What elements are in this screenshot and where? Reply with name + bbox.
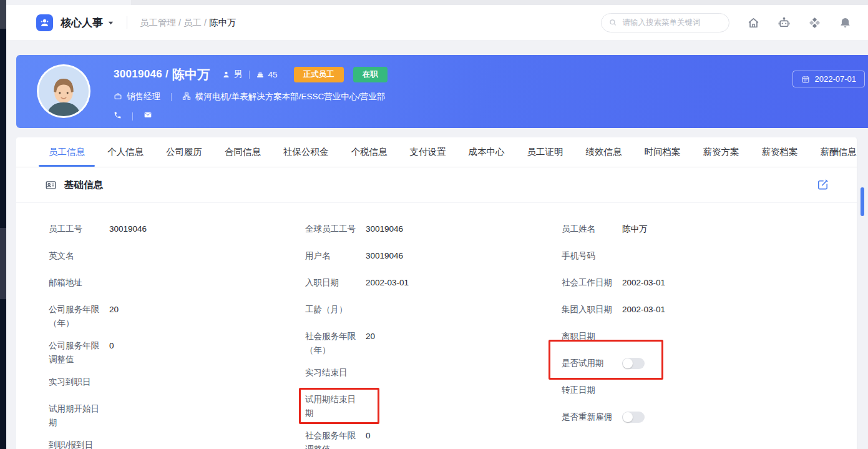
field-label: 工龄（月） <box>305 303 358 317</box>
gender-icon <box>222 71 230 79</box>
tab-time-archive[interactable]: 时间档案 <box>645 137 681 167</box>
field-label: 是否重新雇佣 <box>562 410 614 424</box>
field-label: 到职/报到日期 <box>49 438 101 449</box>
field-value: 2002-03-01 <box>622 303 665 317</box>
age-cake-icon <box>256 70 265 79</box>
field-label: 试用期结束日期 <box>305 393 358 420</box>
org-sitemap-icon <box>182 92 191 102</box>
employee-age: 45 <box>268 70 278 79</box>
field-is-rehire: 是否重新雇佣 <box>562 410 665 424</box>
tab-tax-info[interactable]: 个税信息 <box>351 137 388 167</box>
app-header: 核心人事 员工管理 / 员工 / 陈中万 <box>6 5 868 40</box>
field-work-age-months: 工龄（月） <box>305 303 562 317</box>
field-label: 全球员工工号 <box>305 222 358 236</box>
form-column-3: 员工姓名 陈中万 手机号码 社会工作日期 2002-03-01 集团入职日期 2… <box>562 222 665 437</box>
field-mobile-number: 手机号码 <box>562 249 665 263</box>
field-regularization-date: 转正日期 <box>562 383 665 397</box>
field-value: 30019046 <box>109 222 147 236</box>
field-label: 手机号码 <box>562 249 614 263</box>
sidebar-segment-middle <box>0 228 6 299</box>
breadcrumb-current: 陈中万 <box>209 17 237 27</box>
field-value: 0 <box>366 429 371 443</box>
employment-type-badge: 正式员工 <box>294 67 344 82</box>
search-icon <box>609 18 617 27</box>
employee-name: 陈中万 <box>172 66 210 83</box>
field-label: 社会服务年限（年） <box>305 330 358 357</box>
field-value: 2002-03-01 <box>366 276 409 290</box>
apps-icon[interactable] <box>807 16 821 29</box>
breadcrumb[interactable]: 员工管理 / 员工 / 陈中万 <box>140 17 237 29</box>
section-title: 基础信息 <box>64 179 103 192</box>
employee-banner: 30019046 / 陈中万 男 <box>16 55 868 128</box>
field-label: 是否试用期 <box>562 357 614 370</box>
tab-cost-center[interactable]: 成本中心 <box>469 137 505 167</box>
sidebar-segment-top <box>0 0 6 29</box>
robot-icon[interactable] <box>777 16 791 29</box>
field-company-service-adjustment: 公司服务年限调整值 0 <box>49 339 305 367</box>
field-label: 用户名 <box>305 249 358 263</box>
tab-company-history[interactable]: 公司履历 <box>166 137 202 167</box>
form-column-2: 全球员工工号 30019046 用户名 30019046 入职日期 2002-0… <box>305 222 562 449</box>
calendar-icon <box>801 75 810 84</box>
hr-app-icon[interactable] <box>36 14 53 31</box>
field-termination-date: 离职日期 <box>562 330 665 343</box>
field-internship-end-date: 实习结束日 <box>305 366 562 380</box>
bell-icon[interactable] <box>838 16 852 29</box>
form-column-1: 员工工号 30019046 英文名 邮箱地址 公司服务年限（年） 20 公司服务… <box>49 222 305 449</box>
search-input[interactable] <box>621 17 721 27</box>
home-icon[interactable] <box>746 16 760 29</box>
field-employee-id: 员工工号 30019046 <box>49 222 305 236</box>
tab-salary-plan[interactable]: 薪资方案 <box>703 137 739 167</box>
tab-personal-info[interactable]: 个人信息 <box>107 137 144 167</box>
tab-compensation-info[interactable]: 薪酬信息 <box>821 137 857 167</box>
field-value: 30019046 <box>366 222 403 236</box>
scrollbar-thumb[interactable] <box>861 187 864 216</box>
field-label: 入职日期 <box>305 276 358 290</box>
tab-payment-settings[interactable]: 支付设置 <box>410 137 446 167</box>
field-onboard-date: 到职/报到日期 <box>49 438 305 449</box>
effective-date-picker[interactable]: 2022-07-01 <box>792 71 866 87</box>
browser-top-strip <box>131 0 868 5</box>
tab-employee-certificate[interactable]: 员工证明 <box>527 137 563 167</box>
menu-search[interactable] <box>601 13 729 32</box>
field-label: 实习到职日 <box>49 375 101 389</box>
edit-icon[interactable] <box>816 178 829 191</box>
tab-contract-info[interactable]: 合同信息 <box>225 137 261 167</box>
is-probation-toggle[interactable] <box>622 358 645 369</box>
breadcrumb-path[interactable]: 员工管理 / 员工 / <box>140 17 207 27</box>
field-label: 英文名 <box>49 249 101 263</box>
job-title: 销售经理 <box>127 91 160 102</box>
field-username: 用户名 30019046 <box>305 249 562 263</box>
banner-separator <box>132 112 133 121</box>
briefcase-icon <box>114 92 122 102</box>
tab-employee-info[interactable]: 员工信息 <box>49 137 85 167</box>
field-label: 员工工号 <box>49 222 101 236</box>
field-is-probation: 是否试用期 <box>562 357 665 370</box>
employee-detail-card: 员工信息 个人信息 公司履历 合同信息 社保公积金 个税信息 支付设置 成本中心… <box>16 137 857 449</box>
field-hire-date: 入职日期 2002-03-01 <box>305 276 562 290</box>
tab-social-insurance[interactable]: 社保公积金 <box>283 137 329 167</box>
chevron-down-icon[interactable] <box>107 19 114 26</box>
tab-bar: 员工信息 个人信息 公司履历 合同信息 社保公积金 个税信息 支付设置 成本中心… <box>16 137 857 167</box>
field-label: 试用期开始日期 <box>49 402 101 430</box>
avatar <box>37 64 90 118</box>
field-global-employee-id: 全球员工工号 30019046 <box>305 222 562 236</box>
tab-performance-info[interactable]: 绩效信息 <box>586 137 622 167</box>
status-badge: 在职 <box>353 67 388 82</box>
basic-info-form: 员工工号 30019046 英文名 邮箱地址 公司服务年限（年） 20 公司服务… <box>16 203 857 449</box>
app-title[interactable]: 核心人事 <box>61 16 103 30</box>
banner-separator <box>171 93 172 101</box>
is-rehire-toggle[interactable] <box>622 412 645 423</box>
employee-gender: 男 <box>234 69 243 80</box>
field-value: 0 <box>109 339 114 353</box>
field-label: 转正日期 <box>562 383 614 397</box>
collapsed-sidebar[interactable] <box>0 0 6 449</box>
mail-icon <box>144 111 152 122</box>
field-group-hire-date: 集团入职日期 2002-03-01 <box>562 303 665 317</box>
field-label: 邮箱地址 <box>49 276 101 290</box>
tab-salary-archive[interactable]: 薪资档案 <box>762 137 798 167</box>
field-value: 陈中万 <box>622 222 648 236</box>
field-label: 社会服务年限调整值 <box>305 429 358 449</box>
field-label: 公司服务年限（年） <box>49 303 101 330</box>
field-value: 20 <box>109 303 119 317</box>
